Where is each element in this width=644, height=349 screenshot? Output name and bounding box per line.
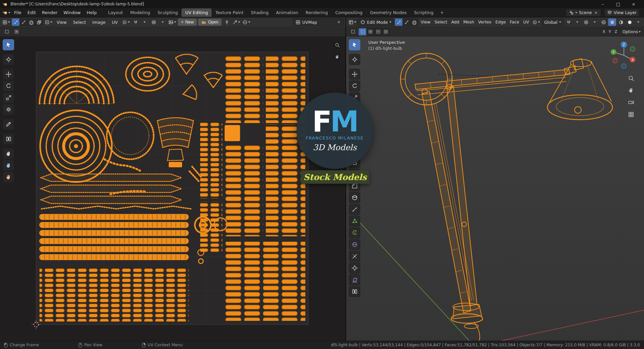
workspace-tab-shading[interactable]: Shading xyxy=(247,8,272,17)
transform-pivot-button[interactable] xyxy=(532,18,541,26)
viewport-editor-type-button[interactable] xyxy=(348,18,357,26)
gizmo-y-neg-axis[interactable] xyxy=(630,47,635,51)
tool-edge-slide[interactable] xyxy=(349,251,360,262)
tool-poly-build[interactable] xyxy=(349,216,360,227)
workspace-tab-rendering[interactable]: Rendering xyxy=(302,8,331,17)
pivot-point-button[interactable] xyxy=(121,18,130,26)
proportional-editing-toggle-3d[interactable] xyxy=(582,18,590,26)
tool-smooth[interactable] xyxy=(349,239,360,250)
minimize-button[interactable]: – xyxy=(595,0,610,8)
vp-menu-mesh[interactable]: Mesh xyxy=(462,19,476,25)
viewport-orthographic-button[interactable] xyxy=(627,110,635,118)
gizmos-toggle[interactable] xyxy=(232,18,241,26)
tool-rip-region[interactable] xyxy=(3,133,14,144)
viewport-pan-button[interactable] xyxy=(627,86,635,94)
snap-settings-button-3d[interactable] xyxy=(573,18,581,26)
face-select-toggle[interactable] xyxy=(410,18,418,26)
menu-window[interactable]: Window xyxy=(60,9,84,16)
tool-cursor-3d[interactable] xyxy=(349,54,360,65)
tool-tweak-select-3d[interactable] xyxy=(349,39,360,50)
uv-pan-button[interactable] xyxy=(333,52,341,61)
pin-image-toggle[interactable] xyxy=(223,18,231,26)
tool-grab[interactable] xyxy=(3,148,14,159)
overlays-toggle[interactable] xyxy=(242,18,251,26)
workspace-tab-uv-editing[interactable]: UV Editing xyxy=(181,8,212,17)
browse-image-button[interactable] xyxy=(168,18,177,26)
workspace-tab-scripting[interactable]: Scripting xyxy=(411,8,437,17)
snap-toggle-3d[interactable] xyxy=(565,18,573,26)
tool-rip-region-3d[interactable] xyxy=(349,286,360,297)
select-subtract-mode[interactable] xyxy=(374,28,382,36)
uv-canvas[interactable] xyxy=(0,37,345,341)
uv-menu-image[interactable]: Image xyxy=(90,19,108,25)
uv-island-mode-toggle[interactable] xyxy=(35,18,43,26)
view-layer-selector[interactable]: View Layer xyxy=(604,9,640,16)
select-intersect-mode[interactable] xyxy=(382,28,390,36)
edge-select-toggle[interactable] xyxy=(402,18,411,26)
scene-selector[interactable]: Scene × xyxy=(566,9,601,16)
active-tool-icon-button-3d[interactable] xyxy=(349,28,357,36)
tool-spin[interactable] xyxy=(349,227,360,238)
viewport-zoom-button[interactable] xyxy=(627,74,635,82)
viewport-camera-button[interactable] xyxy=(627,98,635,106)
workspace-tab-sculpting[interactable]: Sculpting xyxy=(154,8,181,17)
select-set-mode[interactable] xyxy=(359,28,367,36)
tool-rotate-3d[interactable] xyxy=(349,80,360,92)
workspace-tab-compositing[interactable]: Compositing xyxy=(331,8,366,17)
active-tool-icon-button[interactable] xyxy=(3,28,11,36)
uv-face-mode-toggle[interactable] xyxy=(27,18,35,26)
tool-move-3d[interactable] xyxy=(349,69,360,80)
tool-cursor[interactable] xyxy=(3,54,14,65)
vp-menu-add[interactable]: Add xyxy=(449,19,461,25)
tool-move[interactable] xyxy=(3,69,14,80)
maximize-button[interactable]: □ xyxy=(610,0,626,8)
tool-tweak-select[interactable] xyxy=(3,39,14,50)
menu-file[interactable]: File xyxy=(11,9,24,16)
tool-relax[interactable] xyxy=(3,160,14,171)
tool-shrink-fatten[interactable] xyxy=(349,263,360,274)
mirror-z-toggle[interactable]: Z xyxy=(613,28,619,35)
gizmo-x-neg-axis[interactable] xyxy=(613,58,618,63)
mirror-x-toggle[interactable]: X xyxy=(601,28,607,35)
select-extend-mode[interactable] xyxy=(366,28,374,36)
tool-pinch[interactable] xyxy=(3,172,14,183)
tool-knife[interactable] xyxy=(349,204,360,215)
workspace-tab-layout[interactable]: Layout xyxy=(104,8,126,17)
clear-uvmap-icon[interactable]: × xyxy=(336,20,341,24)
uv-editor-type-button[interactable] xyxy=(2,18,11,26)
navigation-gizmo[interactable]: Z Y X xyxy=(608,40,639,71)
uv-zoom-button[interactable] xyxy=(333,41,341,49)
workspace-tab-geometry-nodes[interactable]: Geometry Nodes xyxy=(366,8,411,17)
orientation-selector[interactable]: Global xyxy=(541,18,564,26)
proportional-editing-toggle[interactable] xyxy=(150,18,158,26)
uv-vertex-mode-toggle[interactable] xyxy=(12,18,20,26)
tool-annotate[interactable] xyxy=(3,119,14,130)
snap-settings-button[interactable] xyxy=(141,18,149,26)
uv-edge-mode-toggle[interactable] xyxy=(19,18,28,26)
add-workspace-button[interactable]: + xyxy=(437,8,447,17)
sticky-selection-button[interactable] xyxy=(44,18,53,26)
tool-transform[interactable] xyxy=(3,104,14,115)
shading-material-toggle[interactable] xyxy=(617,18,625,26)
shading-solid-toggle[interactable] xyxy=(608,18,616,26)
workspace-tab-modeling[interactable]: Modeling xyxy=(126,8,154,17)
workspace-tab-texture-paint[interactable]: Texture Paint xyxy=(212,8,247,17)
select-mode-extend-button[interactable] xyxy=(12,28,20,36)
uv-menu-view[interactable]: View xyxy=(54,19,69,25)
close-button[interactable]: × xyxy=(626,0,641,8)
vp-menu-uv[interactable]: UV xyxy=(522,19,531,25)
new-image-button[interactable]: + New xyxy=(178,18,197,26)
vp-menu-select[interactable]: Select xyxy=(433,19,449,25)
viewport-canvas[interactable] xyxy=(346,37,644,341)
proportional-falloff-button-3d[interactable] xyxy=(591,18,599,26)
uv-menu-select[interactable]: Select xyxy=(70,19,89,25)
vp-menu-vertex[interactable]: Vertex xyxy=(477,19,493,25)
tool-rotate[interactable] xyxy=(3,80,14,92)
gizmo-z-neg-axis[interactable] xyxy=(622,64,626,68)
mode-selector[interactable]: Edit Mode xyxy=(358,18,394,26)
vp-menu-view[interactable]: View xyxy=(419,19,432,25)
unlink-scene-icon[interactable]: × xyxy=(593,10,598,15)
uv-menu-uv[interactable]: UV xyxy=(109,19,120,25)
blender-menu-button[interactable] xyxy=(2,9,11,16)
menu-render[interactable]: Render xyxy=(39,9,60,16)
